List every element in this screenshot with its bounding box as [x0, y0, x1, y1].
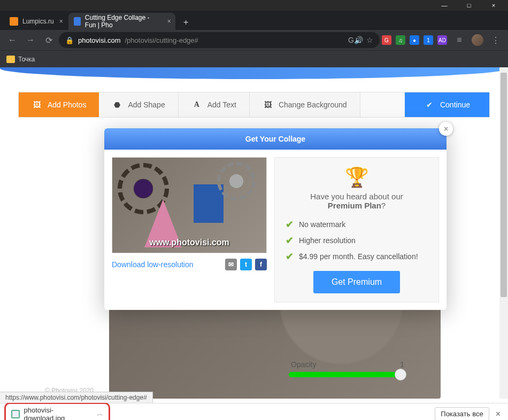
downloads-bar: photovisi-download.jpg ︿ Показать все ×	[0, 403, 508, 420]
modal-close-button[interactable]: ×	[439, 122, 453, 136]
email-icon[interactable]: ✉	[225, 259, 237, 270]
btn-label: Add Photos	[48, 100, 86, 109]
tabs-row: Lumpics.ru × Cutting Edge Collage - Fun …	[0, 11, 508, 30]
reload-button[interactable]: ⟳	[41, 32, 57, 48]
feature-item: ✔Higher resolution	[286, 235, 428, 246]
tab-label: Cutting Edge Collage - Fun | Pho	[85, 14, 162, 29]
window-maximize-button[interactable]: □	[457, 0, 481, 11]
preview-shape-2	[194, 184, 224, 223]
feature-text: $4.99 per month. Easy cancellation!	[299, 252, 418, 261]
editor-toolbar: 🖼 Add Photos ⬣ Add Shape A Add Text 🖼 Ch…	[18, 92, 490, 118]
slider-value: 1	[400, 360, 404, 369]
text-icon: A	[191, 100, 202, 110]
btn-label: Add Text	[207, 100, 236, 109]
file-icon	[11, 410, 20, 418]
btn-label: Continue	[440, 100, 470, 109]
premium-panel: 🏆 Have you heard about our Premium Plan?…	[274, 157, 439, 302]
btn-label: Add Shape	[128, 100, 165, 109]
bookmark-star-icon[interactable]: ☆	[366, 36, 373, 44]
opacity-slider-panel: Opacity 1	[289, 360, 406, 377]
address-bar: ← → ⟳ 🔒 photovisi.com /photovisi/cutting…	[0, 30, 508, 50]
chevron-up-icon[interactable]: ︿	[97, 409, 103, 418]
url-input[interactable]: 🔒 photovisi.com /photovisi/cutting-edge#…	[59, 32, 380, 48]
check-icon: ✔	[286, 251, 294, 262]
modal-header: Get Your Collage ×	[104, 128, 447, 150]
modal-title: Get Your Collage	[245, 135, 305, 143]
feature-item: ✔$4.99 per month. Easy cancellation!	[286, 251, 428, 262]
folder-icon	[6, 56, 15, 63]
add-photos-button[interactable]: 🖼 Add Photos	[19, 92, 99, 117]
bookmark-label: Точка	[18, 56, 35, 63]
btn-label: Change Background	[279, 100, 347, 109]
twitter-icon[interactable]: t	[240, 259, 252, 270]
tab-favicon	[74, 17, 81, 26]
back-button[interactable]: ←	[4, 32, 20, 48]
tab-photovisi[interactable]: Cutting Edge Collage - Fun | Pho ×	[68, 13, 175, 30]
check-icon: ✔	[286, 219, 294, 230]
lock-icon: 🔒	[65, 36, 74, 44]
window-minimize-button[interactable]: —	[432, 0, 457, 11]
window-titlebar: — □ ×	[0, 0, 508, 11]
reader-icon[interactable]: ≡	[451, 32, 467, 48]
ext-icon-5[interactable]: AD	[437, 35, 447, 45]
image-icon: 🖼	[263, 100, 273, 110]
ext-icon-3[interactable]: ●	[410, 35, 419, 45]
check-icon: ✔	[286, 235, 294, 246]
scrollbar-thumb[interactable]	[501, 73, 507, 297]
photos-icon: 🖼	[32, 100, 42, 110]
check-icon: ✔	[424, 100, 435, 110]
browser-menu-icon[interactable]: ⋮	[488, 32, 504, 48]
close-icon[interactable]: ×	[59, 18, 63, 25]
feature-text: Higher resolution	[299, 236, 356, 245]
feature-list: ✔No watermark ✔Higher resolution ✔$4.99 …	[286, 219, 428, 262]
opacity-slider[interactable]	[289, 372, 406, 377]
ext-icon-1[interactable]: G	[382, 35, 391, 45]
get-premium-button[interactable]: Get Premium	[313, 271, 400, 293]
header-wave	[0, 67, 508, 79]
show-all-downloads-button[interactable]: Показать все	[435, 407, 489, 420]
bookmark-tochka[interactable]: Точка	[6, 56, 35, 63]
change-background-button[interactable]: 🖼 Change Background	[250, 92, 360, 117]
tab-lumpics[interactable]: Lumpics.ru ×	[4, 13, 67, 30]
slider-thumb[interactable]	[395, 369, 406, 380]
preview-column: www.photovisi.com Download low-resolutio…	[112, 157, 267, 302]
download-filename: photovisi-download.jpg	[24, 406, 93, 421]
continue-button[interactable]: ✔ Continue	[405, 92, 489, 117]
slider-label: Opacity	[291, 360, 316, 369]
add-shape-button[interactable]: ⬣ Add Shape	[99, 92, 178, 117]
profile-avatar[interactable]	[472, 34, 483, 46]
forward-button[interactable]: →	[22, 32, 39, 48]
window-close-button[interactable]: ×	[481, 0, 506, 11]
premium-heading-1: Have you heard about our	[310, 192, 403, 201]
add-text-button[interactable]: A Add Text	[179, 92, 250, 117]
vertical-scrollbar[interactable]	[499, 67, 508, 399]
url-path: /photovisi/cutting-edge#	[125, 36, 198, 44]
url-domain: photovisi.com	[78, 36, 120, 44]
facebook-icon[interactable]: f	[255, 259, 267, 270]
extension-icons: G ♫ ● 1 AD ≡ ⋮	[382, 32, 504, 48]
translate-icon[interactable]: G🔊	[348, 36, 363, 44]
download-item[interactable]: photovisi-download.jpg ︿	[4, 402, 110, 421]
premium-heading: Have you heard about our Premium Plan?	[286, 192, 428, 210]
download-low-res-link[interactable]: Download low-resolution	[112, 260, 194, 269]
collage-preview: www.photovisi.com	[112, 157, 267, 253]
trophy-icon: 🏆	[286, 166, 428, 189]
ext-icon-2[interactable]: ♫	[396, 35, 405, 45]
address-actions: G🔊 ☆	[348, 36, 373, 44]
get-collage-modal: Get Your Collage × www.photovisi.com Dow…	[104, 128, 447, 310]
premium-q: ?	[381, 201, 386, 210]
shape-icon: ⬣	[112, 100, 122, 110]
share-icons: ✉ t f	[225, 259, 267, 270]
feature-item: ✔No watermark	[286, 219, 428, 230]
tab-label: Lumpics.ru	[22, 18, 54, 25]
close-icon[interactable]: ×	[167, 18, 171, 25]
premium-heading-2: Premium Plan	[328, 201, 381, 210]
status-bar-url: https://www.photovisi.com/photovisi/cutt…	[0, 392, 153, 403]
tab-favicon	[10, 17, 18, 26]
ext-icon-4[interactable]: 1	[424, 35, 433, 45]
bookmarks-bar: Точка	[0, 50, 508, 67]
close-downloads-bar-icon[interactable]: ×	[496, 409, 501, 419]
new-tab-button[interactable]: +	[179, 15, 194, 30]
feature-text: No watermark	[299, 220, 345, 229]
watermark-text: www.photovisi.com	[149, 238, 229, 247]
